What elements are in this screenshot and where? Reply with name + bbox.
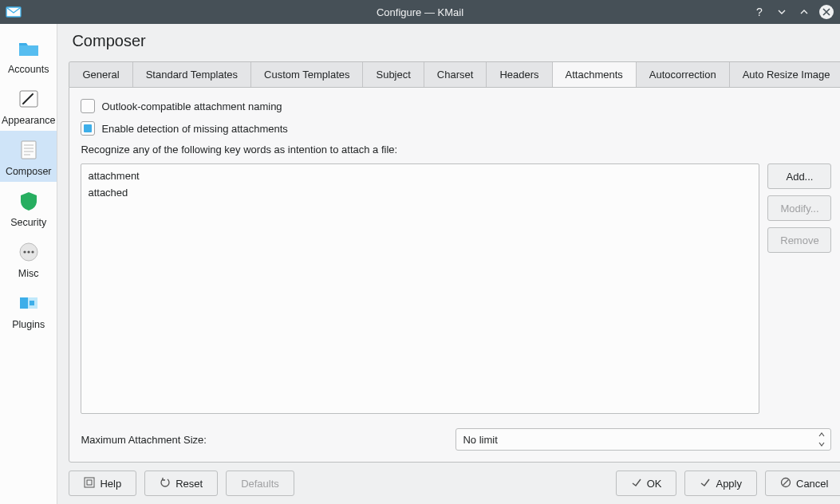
reset-button[interactable]: Reset: [144, 471, 218, 496]
tabbar: General Standard Templates Custom Templa…: [69, 61, 840, 87]
minimize-button[interactable]: [775, 5, 789, 19]
main: Composer General Standard Templates Cust…: [57, 24, 840, 504]
detect-missing-row: Enable detection of missing attachments: [81, 121, 831, 136]
svg-line-17: [783, 479, 789, 485]
max-attachment-row: Maximum Attachment Size: No limit: [81, 428, 831, 451]
tab-panel-attachments: Outlook-compatible attachment naming Ena…: [69, 87, 840, 463]
plugin-icon: [16, 290, 41, 316]
tab-subject[interactable]: Subject: [363, 62, 424, 87]
list-item[interactable]: attached: [88, 186, 752, 199]
modify-button[interactable]: Modify...: [767, 195, 831, 221]
tab-headers[interactable]: Headers: [487, 62, 552, 87]
tab-auto-resize-image[interactable]: Auto Resize Image: [730, 62, 840, 87]
max-attachment-label: Maximum Attachment Size:: [81, 434, 448, 446]
dots-icon: [16, 239, 41, 265]
sidebar-item-plugins[interactable]: Plugins: [0, 284, 57, 335]
tab-attachments[interactable]: Attachments: [553, 62, 637, 87]
check-icon: [631, 477, 642, 490]
dialog-button-bar: Help Reset Defaults OK: [69, 471, 840, 496]
check-icon: [700, 477, 711, 490]
max-attachment-value: No limit: [463, 434, 497, 446]
keyword-section: attachment attached Add... Modify... Rem…: [81, 163, 831, 414]
defaults-button[interactable]: Defaults: [226, 471, 294, 496]
document-icon: [16, 137, 41, 163]
max-attachment-spinbox[interactable]: No limit: [455, 428, 831, 451]
svg-rect-3: [22, 141, 36, 159]
keyword-buttons: Add... Modify... Remove: [767, 163, 831, 414]
tab-standard-templates[interactable]: Standard Templates: [133, 62, 251, 87]
sidebar-item-composer[interactable]: Composer: [0, 131, 57, 182]
page-title: Composer: [72, 32, 840, 50]
sidebar-item-appearance[interactable]: Appearance: [0, 80, 57, 131]
svg-rect-14: [85, 478, 94, 487]
help-button[interactable]: Help: [69, 471, 136, 496]
svg-point-9: [23, 250, 26, 253]
svg-point-10: [27, 250, 30, 253]
tab-general[interactable]: General: [69, 62, 132, 87]
titlebar: Configure — KMail ?: [0, 0, 840, 24]
sidebar-item-label: Appearance: [2, 115, 55, 126]
apply-button[interactable]: Apply: [684, 471, 757, 496]
remove-button[interactable]: Remove: [767, 227, 831, 253]
app-icon: [5, 2, 22, 22]
ok-button[interactable]: OK: [616, 471, 677, 496]
sidebar-item-security[interactable]: Security: [0, 182, 57, 233]
keyword-list[interactable]: attachment attached: [81, 163, 759, 414]
add-button[interactable]: Add...: [767, 163, 831, 189]
sidebar-item-misc[interactable]: Misc: [0, 233, 57, 284]
sidebar-item-label: Accounts: [8, 64, 49, 75]
detect-missing-checkbox[interactable]: [81, 121, 95, 136]
recognize-label: Recognize any of the following key words…: [81, 144, 831, 156]
window-controls: ?: [752, 5, 834, 19]
cancel-button[interactable]: Cancel: [765, 471, 840, 496]
sidebar-item-accounts[interactable]: Accounts: [0, 29, 57, 80]
paint-icon: [16, 86, 41, 112]
outlook-compatible-row: Outlook-compatible attachment naming: [81, 99, 831, 113]
spin-up-icon[interactable]: [814, 430, 829, 439]
help-button[interactable]: ?: [752, 5, 767, 19]
tab-autocorrection[interactable]: Autocorrection: [637, 62, 730, 87]
sidebar-item-label: Plugins: [12, 319, 45, 330]
sidebar: Accounts Appearance Composer Security Mi…: [0, 24, 57, 504]
outlook-compatible-label: Outlook-compatible attachment naming: [101, 100, 282, 112]
tab-charset[interactable]: Charset: [424, 62, 487, 87]
outlook-compatible-checkbox[interactable]: [81, 99, 95, 113]
svg-rect-1: [19, 45, 38, 56]
detect-missing-label: Enable detection of missing attachments: [101, 123, 287, 135]
list-item[interactable]: attachment: [88, 169, 752, 183]
sidebar-item-label: Misc: [18, 268, 39, 279]
sidebar-item-label: Security: [10, 217, 46, 228]
shield-icon: [16, 188, 41, 214]
cancel-icon: [780, 477, 791, 490]
close-button[interactable]: [819, 5, 834, 19]
spin-down-icon[interactable]: [814, 439, 829, 449]
svg-point-11: [31, 250, 34, 253]
user-folder-icon: [16, 35, 41, 61]
window-title: Configure — KMail: [377, 6, 463, 18]
tab-custom-templates[interactable]: Custom Templates: [251, 62, 363, 87]
svg-rect-15: [87, 480, 92, 485]
help-icon: [84, 477, 95, 490]
undo-icon: [160, 477, 171, 490]
sidebar-item-label: Composer: [6, 166, 52, 177]
maximize-button[interactable]: [797, 5, 811, 19]
